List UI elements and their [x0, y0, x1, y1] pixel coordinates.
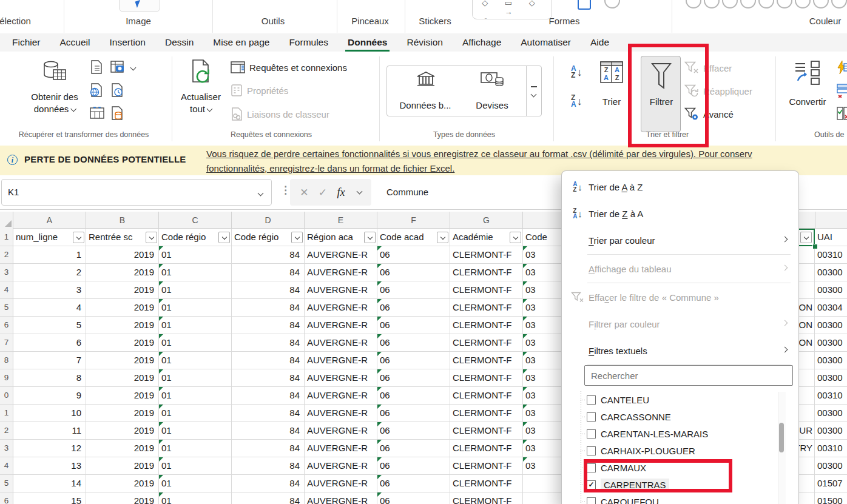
flash-fill-icon[interactable]: [836, 60, 847, 75]
cell-L6[interactable]: 00300: [815, 317, 847, 334]
cell-B2[interactable]: 2019: [86, 246, 159, 264]
cell-E10[interactable]: AUVERGNE-R: [305, 387, 377, 405]
color-swatch-icon[interactable]: [740, 0, 756, 8]
row-header-10[interactable]: 0: [0, 387, 13, 405]
color-swatch-icon[interactable]: [758, 0, 774, 8]
tab-mise-en-page[interactable]: Mise en page: [203, 33, 279, 52]
row-header-12[interactable]: 2: [0, 422, 13, 440]
cell-E5[interactable]: AUVERGNE-R: [305, 299, 377, 317]
cell-F12[interactable]: 06: [377, 422, 450, 440]
column-header-C[interactable]: C: [159, 212, 232, 229]
cell-C13[interactable]: 01: [159, 440, 232, 457]
cell-L5[interactable]: 00304: [815, 299, 847, 317]
cell-G4[interactable]: CLERMONT-F: [450, 281, 523, 299]
cell-A7[interactable]: 6: [13, 334, 86, 352]
filter-value-carentan-les-marais[interactable]: CARENTAN-LES-MARAIS: [562, 425, 775, 442]
select-arrow-button[interactable]: [119, 0, 160, 12]
cell-C4[interactable]: 01: [159, 281, 232, 299]
stocks-data-type-button[interactable]: Données b...: [392, 66, 459, 116]
cell-E2[interactable]: AUVERGNE-R: [305, 246, 377, 264]
color-swatch-icon[interactable]: [813, 0, 829, 8]
insert-function-icon[interactable]: fx: [337, 186, 345, 199]
color-swatch-icon[interactable]: [795, 0, 811, 8]
cell-B3[interactable]: 2019: [86, 264, 159, 281]
from-database-icon[interactable]: [110, 106, 125, 121]
tab-insertion[interactable]: Insertion: [100, 33, 155, 52]
enter-icon[interactable]: ✓: [319, 186, 327, 199]
cell-B16[interactable]: 2019: [86, 492, 159, 504]
cell-L14[interactable]: 00300: [815, 457, 847, 475]
filter-value-carcassonne[interactable]: CARCASSONNE: [562, 408, 775, 425]
cell-D9[interactable]: 84: [232, 369, 305, 387]
cell-B4[interactable]: 2019: [86, 281, 159, 299]
cell-C15[interactable]: 01: [159, 475, 232, 492]
cell-L12[interactable]: 00300: [815, 422, 847, 440]
cell-A8[interactable]: 7: [13, 352, 86, 369]
warning-link-line1[interactable]: Vous risquez de perdre certaines fonctio…: [206, 149, 752, 159]
cell-G10[interactable]: CLERMONT-F: [450, 387, 523, 405]
cell-D8[interactable]: 84: [232, 352, 305, 369]
column-header-D[interactable]: D: [232, 212, 305, 229]
menu-item-trier-de-a-a-z[interactable]: AZ↓Trier de A à Z: [562, 173, 798, 200]
cell-B13[interactable]: 2019: [86, 440, 159, 457]
currencies-data-type-button[interactable]: Devises: [459, 66, 525, 116]
cell-F2[interactable]: 06: [377, 246, 450, 264]
cell-B11[interactable]: 2019: [86, 405, 159, 422]
cell-E12[interactable]: AUVERGNE-R: [305, 422, 377, 440]
cell-D11[interactable]: 84: [232, 405, 305, 422]
select-all-corner[interactable]: [0, 212, 13, 229]
cell-G5[interactable]: CLERMONT-F: [450, 299, 523, 317]
cell-B5[interactable]: 2019: [86, 299, 159, 317]
cell-F1[interactable]: Code acad: [377, 229, 450, 246]
cell-A1[interactable]: num_ligne: [13, 229, 86, 246]
menu-item-trier-par-couleur[interactable]: Trier par couleur: [562, 227, 798, 254]
cell-A12[interactable]: 11: [13, 422, 86, 440]
cell-B8[interactable]: 2019: [86, 352, 159, 369]
cell-D15[interactable]: 84: [232, 475, 305, 492]
row-header-6[interactable]: 6: [0, 317, 13, 334]
drag-handle-icon[interactable]: ⋮: [280, 184, 291, 197]
filter-arrow-button[interactable]: [73, 232, 84, 243]
cell-A10[interactable]: 9: [13, 387, 86, 405]
cell-A4[interactable]: 3: [13, 281, 86, 299]
row-header-7[interactable]: 7: [0, 334, 13, 352]
cell-F15[interactable]: 06: [377, 475, 450, 492]
cell-F10[interactable]: 06: [377, 387, 450, 405]
cell-C12[interactable]: 01: [159, 422, 232, 440]
tab-revision[interactable]: Révision: [397, 33, 452, 52]
from-picture-icon[interactable]: [110, 60, 125, 75]
menu-item-trier-de-z-a-a[interactable]: ZA↓Trier de Z à A: [562, 200, 798, 227]
cell-E9[interactable]: AUVERGNE-R: [305, 369, 377, 387]
cell-L4[interactable]: 00300: [815, 281, 847, 299]
row-header-3[interactable]: 3: [0, 264, 13, 281]
cell-F3[interactable]: 06: [377, 264, 450, 281]
cell-E16[interactable]: AUVERGNE-R: [305, 492, 377, 504]
tab-formules[interactable]: Formules: [279, 33, 338, 52]
cell-B9[interactable]: 2019: [86, 369, 159, 387]
cell-B7[interactable]: 2019: [86, 334, 159, 352]
cell-E7[interactable]: AUVERGNE-R: [305, 334, 377, 352]
column-header-F[interactable]: F: [377, 212, 450, 229]
cell-G3[interactable]: CLERMONT-F: [450, 264, 523, 281]
filter-value-canteleu[interactable]: CANTELEU: [562, 391, 775, 408]
cell-F4[interactable]: 06: [377, 281, 450, 299]
formula-input[interactable]: Commune: [386, 175, 428, 209]
color-swatch-icon[interactable]: [777, 0, 792, 8]
cell-L3[interactable]: 00300: [815, 264, 847, 281]
queries-connections-button[interactable]: Requêtes et connexions: [231, 61, 347, 73]
cell-D16[interactable]: 84: [232, 492, 305, 504]
checkbox-icon[interactable]: [587, 429, 596, 438]
cell-L2[interactable]: 00310: [815, 246, 847, 264]
cell-F11[interactable]: 06: [377, 405, 450, 422]
cell-D3[interactable]: 84: [232, 264, 305, 281]
cell-B1[interactable]: Rentrée sc: [86, 229, 159, 246]
tab-donnees[interactable]: Données: [338, 33, 397, 52]
filter-arrow-button[interactable]: [218, 232, 230, 243]
menu-item-effacer-le-filtre-de-commune[interactable]: Effacer le filtre de « Commune »: [562, 284, 798, 311]
existing-connections-icon[interactable]: [90, 106, 104, 121]
filter-value-carquefou[interactable]: CARQUEFOU: [562, 493, 775, 504]
tab-accueil[interactable]: Accueil: [50, 33, 100, 52]
tab-aide[interactable]: Aide: [581, 33, 619, 52]
row-header-13[interactable]: 3: [0, 440, 13, 457]
row-header-2[interactable]: 2: [0, 246, 13, 264]
